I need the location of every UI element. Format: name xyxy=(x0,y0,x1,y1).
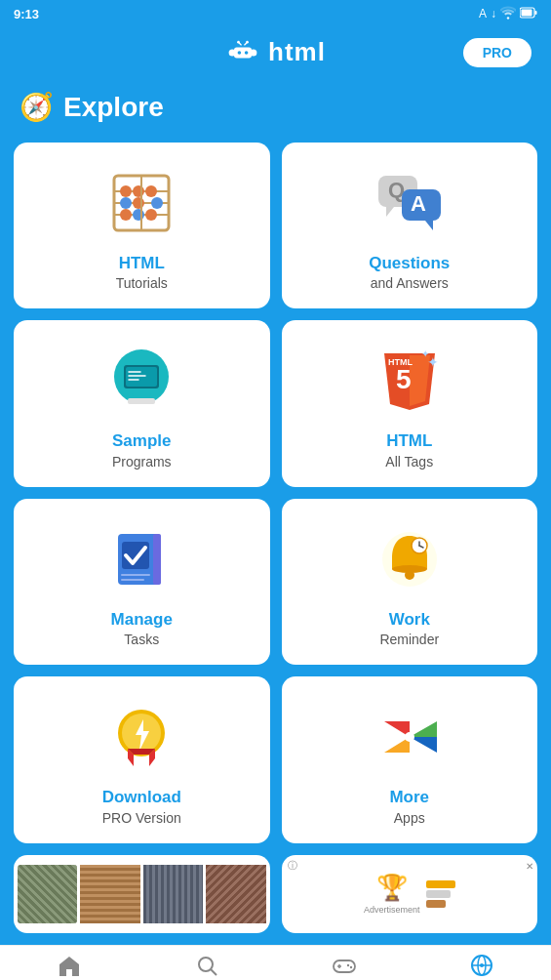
page-title-bar: 🧭 Explore xyxy=(0,77,551,133)
svg-point-18 xyxy=(145,185,157,197)
status-icons: A ↓ xyxy=(479,6,537,22)
search-icon xyxy=(196,955,217,980)
logo-robot-icon xyxy=(225,40,260,65)
svg-point-17 xyxy=(133,185,144,197)
svg-marker-30 xyxy=(425,221,433,230)
nav-explore[interactable]: Explore xyxy=(413,954,551,980)
nav-games[interactable]: Games xyxy=(276,956,413,980)
more-apps-icon-area xyxy=(371,698,449,776)
work-reminder-label-secondary: Reminder xyxy=(379,632,439,647)
partial-cards-row: 🏆 Advertisement ✕ ⓘ xyxy=(14,855,537,933)
svg-rect-5 xyxy=(234,47,252,58)
compass-icon: 🧭 xyxy=(20,91,54,123)
svg-text:HTML: HTML xyxy=(388,357,413,367)
nav-search[interactable]: Search xyxy=(138,955,275,980)
svg-point-54 xyxy=(405,570,414,580)
bell-icon xyxy=(374,524,445,594)
more-apps-label-primary: More xyxy=(389,788,429,807)
svg-point-21 xyxy=(151,197,163,209)
status-time: 9:13 xyxy=(14,7,39,21)
more-apps-card[interactable]: More Apps xyxy=(282,676,538,842)
ad-content: 🏆 Advertisement xyxy=(282,855,538,933)
html-tutorials-label-primary: HTML xyxy=(119,254,165,273)
manage-tasks-card[interactable]: Manage Tasks xyxy=(14,499,270,665)
svg-point-6 xyxy=(238,51,242,55)
cards-grid: HTML Tutorials Q A Questions and Answers xyxy=(14,143,537,843)
explore-icon xyxy=(470,954,493,980)
download-pro-label-primary: Download xyxy=(102,788,181,807)
sample-programs-label-secondary: Programs xyxy=(112,454,172,470)
html-all-tags-label-primary: HTML xyxy=(386,431,432,451)
html-all-tags-label-secondary: All Tags xyxy=(385,454,433,470)
qa-icon: Q A xyxy=(374,168,445,238)
html-tutorials-icon-area xyxy=(102,164,180,242)
abacus-icon xyxy=(106,168,177,238)
header: html PRO xyxy=(0,27,551,77)
pro-button[interactable]: PRO xyxy=(463,38,531,67)
tasks-icon xyxy=(106,524,177,594)
svg-point-61 xyxy=(199,958,213,971)
svg-rect-2 xyxy=(535,11,537,15)
html-all-tags-card[interactable]: 5 ✦ ✦ HTML HTML All Tags xyxy=(282,320,538,486)
svg-point-10 xyxy=(237,40,240,43)
svg-point-23 xyxy=(133,209,144,221)
monitor-icon xyxy=(106,346,177,416)
svg-rect-48 xyxy=(153,534,161,585)
download-icon xyxy=(106,702,177,772)
sample-programs-card[interactable]: Sample Programs xyxy=(14,320,270,486)
bottom-nav: Home Search Games xyxy=(0,945,551,980)
wifi-icon xyxy=(500,6,516,22)
svg-rect-39 xyxy=(132,393,151,396)
status-bar: 9:13 A ↓ xyxy=(0,0,551,27)
more-apps-label-secondary: Apps xyxy=(394,810,425,826)
questions-label-primary: Questions xyxy=(369,254,450,273)
svg-point-7 xyxy=(245,51,249,55)
svg-point-16 xyxy=(120,185,132,197)
svg-text:5: 5 xyxy=(396,364,412,394)
questions-answers-icon-area: Q A xyxy=(371,164,449,242)
manage-tasks-label-secondary: Tasks xyxy=(124,632,159,647)
svg-rect-1 xyxy=(522,9,532,16)
svg-point-60 xyxy=(405,732,414,742)
manage-tasks-label-primary: Manage xyxy=(111,610,173,630)
play-store-icon xyxy=(374,702,445,772)
svg-text:✦: ✦ xyxy=(421,348,429,359)
questions-label-secondary: and Answers xyxy=(371,275,449,291)
games-icon xyxy=(333,956,356,980)
ad-info-icon[interactable]: ⓘ xyxy=(288,859,297,873)
svg-point-67 xyxy=(350,965,352,967)
svg-rect-34 xyxy=(126,367,157,387)
sample-programs-icon-area xyxy=(102,342,180,420)
manage-tasks-icon-area xyxy=(102,520,180,598)
rug-ad-card[interactable] xyxy=(14,855,270,933)
download-indicator-icon: ↓ xyxy=(491,7,496,20)
svg-rect-63 xyxy=(334,960,355,972)
svg-marker-27 xyxy=(386,207,394,217)
svg-point-20 xyxy=(133,197,144,209)
questions-answers-card[interactable]: Q A Questions and Answers xyxy=(282,143,538,308)
page-title: Explore xyxy=(63,92,164,123)
work-reminder-card[interactable]: Work Reminder xyxy=(282,499,538,665)
nav-home[interactable]: Home xyxy=(0,955,138,980)
html-all-tags-icon-area: 5 ✦ ✦ HTML xyxy=(371,342,449,420)
trophy-ad-card[interactable]: 🏆 Advertisement ✕ ⓘ xyxy=(282,855,538,933)
header-title: html xyxy=(268,37,326,67)
svg-point-22 xyxy=(120,209,132,221)
battery-icon xyxy=(520,7,537,21)
svg-line-62 xyxy=(211,969,216,975)
svg-point-24 xyxy=(145,209,157,221)
ad-close-icon[interactable]: ✕ xyxy=(526,859,533,873)
download-pro-card[interactable]: Download PRO Version xyxy=(14,676,270,842)
notification-icon: A xyxy=(479,7,487,20)
svg-point-71 xyxy=(480,963,484,967)
work-reminder-icon-area xyxy=(371,520,449,598)
svg-point-19 xyxy=(120,197,132,209)
html-tutorials-label-secondary: Tutorials xyxy=(116,275,168,291)
rug-preview-inner xyxy=(14,855,270,933)
cards-container: HTML Tutorials Q A Questions and Answers xyxy=(0,133,551,933)
html-tutorials-card[interactable]: HTML Tutorials xyxy=(14,143,270,308)
svg-rect-40 xyxy=(128,398,155,404)
svg-point-66 xyxy=(347,963,349,965)
home-icon xyxy=(58,955,81,980)
svg-point-11 xyxy=(246,40,249,43)
